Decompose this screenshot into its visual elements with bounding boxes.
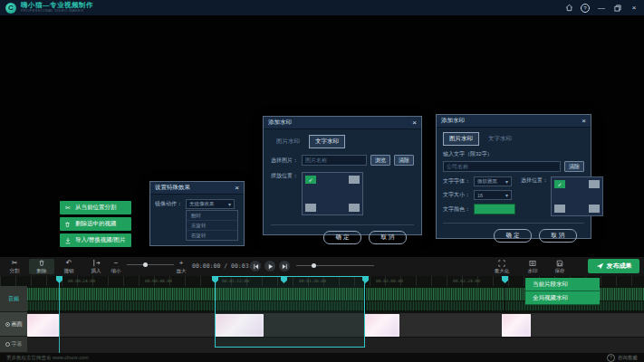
window-controls: ? — ×	[564, 4, 639, 13]
zoom-slider-handle[interactable]	[143, 262, 148, 267]
publish-button[interactable]: 发布成果	[588, 259, 639, 273]
split-at-position-label: 从当前位置分割	[75, 204, 117, 212]
close-icon[interactable]: ×	[630, 4, 639, 13]
close-icon[interactable]: ×	[412, 119, 417, 127]
position-top-right-checkbox[interactable]	[349, 176, 360, 184]
status-message: 更多教程去官网查看 www.chunz.com	[6, 355, 89, 361]
split-label: 分割	[10, 268, 20, 274]
plus-icon: +	[179, 259, 184, 267]
mirror-action-select[interactable]: 无镜像效果 ▾	[186, 199, 235, 209]
restore-icon[interactable]	[613, 4, 622, 13]
radio-off-icon[interactable]	[5, 342, 10, 347]
cancel-button[interactable]: 取 消	[369, 231, 407, 244]
watermark-image-dialog-titlebar: 添加水印 ×	[264, 117, 421, 129]
app-window: C 嗨小猫—专业视频制作 PROFESSIONAL VIDEO MAKER ? …	[0, 0, 644, 362]
clip-boundary	[365, 286, 366, 312]
playhead[interactable]	[59, 276, 60, 353]
zoom-slider[interactable]	[127, 264, 174, 265]
home-icon[interactable]	[564, 4, 573, 13]
split-button[interactable]: ✂ 分割	[2, 259, 27, 274]
undo-button[interactable]: ↶ 撤销	[56, 259, 82, 274]
previous-frame-button[interactable]	[250, 261, 261, 272]
clip-thumbnail[interactable]	[364, 314, 399, 337]
maximize-label: 最大化	[495, 268, 510, 274]
minus-icon: −	[114, 259, 119, 267]
effect-dialog-titlebar: 设置特殊效果 ×	[150, 182, 244, 195]
track-header-audio[interactable]: 音频	[0, 286, 27, 312]
option-rotate-left[interactable]: 左旋转	[187, 220, 237, 230]
menu-item-global-watermark[interactable]: 全局视频水印	[525, 291, 600, 305]
maximize-button[interactable]: 最大化	[489, 259, 514, 274]
question-icon: ?	[607, 354, 615, 362]
watermark-text-input[interactable]	[443, 161, 561, 172]
position-bottom-left-checkbox[interactable]	[554, 205, 565, 213]
cancel-button[interactable]: 取 消	[539, 229, 577, 243]
watermark-image-dialog-title: 添加水印	[268, 119, 292, 127]
next-frame-button[interactable]	[279, 261, 290, 272]
mirror-action-value: 无镜像效果	[189, 201, 215, 207]
browse-button[interactable]: 浏览	[370, 155, 390, 166]
option-rotate-right[interactable]: 右旋转	[187, 230, 237, 240]
menu-item-current-clip-watermark[interactable]: 当前片段水印	[525, 278, 600, 291]
titlebar: C 嗨小猫—专业视频制作 PROFESSIONAL VIDEO MAKER ? …	[0, 0, 644, 16]
watermark-image-dialog-body: 图片水印 文字水印 选择图片： 浏览 清除 摆放位置： ✓ 确 定	[264, 129, 421, 250]
delete-selected-video-label: 删除选中的视频	[75, 220, 117, 228]
position-bottom-right-checkbox[interactable]	[349, 204, 360, 212]
clip-thumbnail[interactable]	[502, 314, 531, 337]
watermark-label: 水印	[528, 268, 538, 274]
confirm-button[interactable]: 确 定	[494, 229, 532, 243]
minimize-icon[interactable]: —	[597, 4, 606, 13]
import-icon	[64, 237, 72, 244]
trash-icon	[64, 221, 72, 228]
scissors-icon: ✂	[12, 259, 18, 267]
timeline-selection[interactable]	[215, 276, 365, 348]
position-bottom-right-checkbox[interactable]	[589, 205, 600, 213]
tab-image-watermark[interactable]: 图片水印	[271, 136, 305, 148]
position-label: 摆放位置：	[271, 172, 298, 180]
effect-dialog: 设置特殊效果 × 镜像动作： 无镜像效果 ▾ 翻转 左旋转 右旋转	[149, 181, 245, 246]
save-icon	[556, 259, 563, 267]
tab-text-watermark[interactable]: 文字水印	[309, 135, 345, 148]
radio-on-icon[interactable]	[5, 322, 10, 327]
close-icon[interactable]: ×	[235, 185, 239, 192]
size-select[interactable]: 16 ▾	[474, 190, 512, 200]
seek-slider-handle[interactable]	[312, 263, 316, 268]
zoom-out-button[interactable]: − 缩小	[107, 259, 125, 274]
position-bottom-left-checkbox[interactable]	[305, 204, 316, 212]
font-select[interactable]: 微软雅黑 ▾	[474, 176, 512, 186]
clear-button[interactable]: 清除	[394, 155, 414, 166]
delete-button[interactable]: 删除	[29, 259, 54, 274]
scissors-icon: ✂	[64, 205, 72, 212]
position-top-left-checkbox[interactable]: ✓	[305, 176, 316, 184]
watermark-button[interactable]: 水印	[520, 259, 545, 274]
support-label: 咨询客服	[618, 355, 638, 361]
seek-slider[interactable]	[296, 265, 374, 266]
option-flip[interactable]: 翻转	[187, 211, 237, 220]
color-label: 文字颜色：	[443, 205, 470, 214]
split-at-position-button[interactable]: ✂ 从当前位置分割	[60, 201, 131, 214]
confirm-button[interactable]: 确 定	[323, 231, 361, 244]
tab-image-watermark[interactable]: 图片水印	[443, 132, 479, 146]
track-header-subtitle[interactable]: 字幕	[0, 337, 27, 353]
help-icon[interactable]: ?	[581, 4, 590, 13]
subtitle-track-label: 字幕	[12, 340, 23, 348]
insert-button[interactable]: 插入	[83, 259, 109, 274]
position-top-right-checkbox[interactable]	[589, 180, 600, 188]
paper-plane-icon	[596, 262, 604, 270]
tab-text-watermark[interactable]: 文字水印	[483, 133, 517, 145]
insert-label: 插入	[91, 268, 101, 274]
import-replace-media-button[interactable]: 导入/替换视频/图片	[60, 233, 131, 247]
clip-thumbnail[interactable]	[27, 314, 59, 337]
play-button[interactable]	[264, 261, 275, 272]
delete-selected-video-button[interactable]: 删除选中的视频	[60, 217, 131, 231]
support-link[interactable]: ? 咨询客服	[607, 354, 638, 362]
close-icon[interactable]: ×	[582, 118, 586, 125]
image-name-input[interactable]	[302, 155, 367, 166]
track-header-video[interactable]: 画面	[0, 312, 27, 337]
mirror-action-label: 镜像动作：	[155, 200, 182, 208]
text-color-swatch[interactable]	[474, 204, 515, 214]
zoom-in-button[interactable]: + 放大	[172, 259, 190, 274]
save-button[interactable]: 保存	[547, 259, 572, 274]
clear-button[interactable]: 清除	[564, 161, 584, 172]
position-top-left-checkbox[interactable]: ✓	[554, 180, 565, 188]
